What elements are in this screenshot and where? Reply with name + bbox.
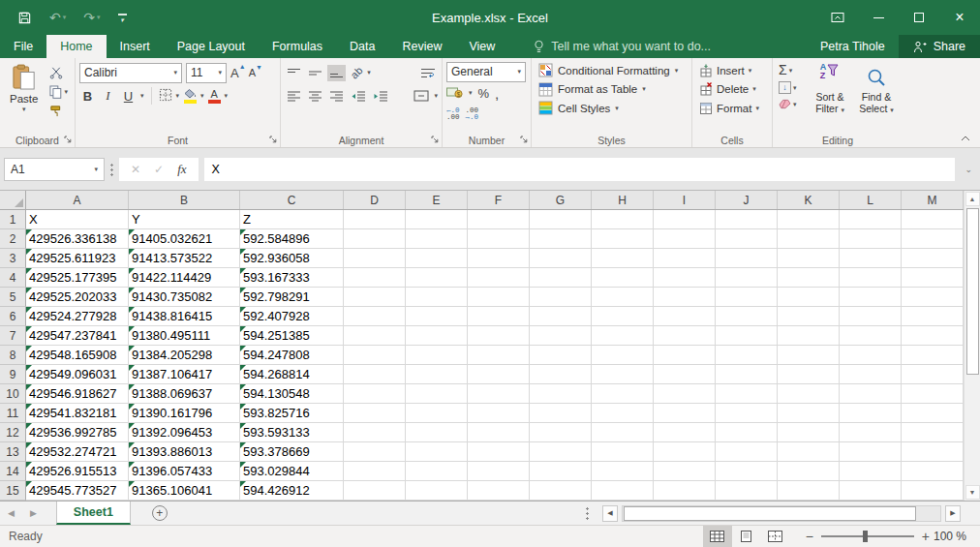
save-icon[interactable] [17, 11, 32, 25]
cell-C3[interactable]: 592.936058 [240, 249, 344, 268]
accounting-format-button[interactable]: $ [446, 86, 463, 101]
cell-M12[interactable] [902, 423, 964, 442]
cell-L4[interactable] [840, 268, 902, 288]
column-header-M[interactable]: M [902, 191, 964, 209]
merge-center-dropdown-arrow[interactable]: ▾ [434, 92, 438, 100]
orientation-button[interactable]: ab [349, 65, 364, 80]
align-left-button[interactable] [285, 88, 303, 105]
cell-I15[interactable] [654, 481, 716, 501]
cell-H12[interactable] [592, 423, 654, 442]
cell-H2[interactable] [592, 229, 654, 249]
cell-L3[interactable] [840, 249, 902, 268]
cell-C8[interactable]: 594.247808 [240, 346, 344, 365]
new-sheet-button[interactable]: + [152, 505, 168, 521]
cell-J10[interactable] [716, 384, 778, 404]
cell-M11[interactable] [902, 404, 964, 423]
cell-M7[interactable] [902, 326, 964, 346]
sheet-nav-left-icon[interactable]: ◀ [0, 508, 22, 518]
cell-I11[interactable] [654, 404, 716, 423]
cell-H11[interactable] [592, 404, 654, 423]
paste-button[interactable]: Paste ▾ [4, 61, 44, 118]
cell-J6[interactable] [716, 307, 778, 326]
cell-G12[interactable] [530, 423, 592, 442]
tab-formulas[interactable]: Formulas [259, 35, 336, 58]
scroll-up-icon[interactable]: ▲ [965, 192, 980, 206]
cell-M6[interactable] [902, 307, 964, 326]
user-name[interactable]: Petra Tihole [807, 35, 899, 58]
paste-dropdown-arrow[interactable]: ▾ [22, 106, 26, 113]
cell-K2[interactable] [778, 229, 840, 249]
tab-data[interactable]: Data [336, 35, 388, 58]
cell-K6[interactable] [778, 307, 840, 326]
cell-F2[interactable] [468, 229, 530, 249]
delete-cells-button[interactable]: Delete ▾ [696, 80, 768, 100]
cell-I10[interactable] [654, 384, 716, 404]
cell-E10[interactable] [406, 384, 468, 404]
cell-C1[interactable]: Z [240, 210, 344, 229]
column-header-K[interactable]: K [778, 191, 840, 209]
cell-E9[interactable] [406, 365, 468, 384]
cell-G8[interactable] [530, 346, 592, 365]
cell-D6[interactable] [344, 307, 406, 326]
cell-L10[interactable] [840, 384, 902, 404]
cell-H1[interactable] [592, 210, 654, 229]
name-box[interactable]: A1 ▾ [4, 158, 105, 181]
row-header-10[interactable]: 10 [0, 384, 26, 404]
cell-M3[interactable] [902, 249, 964, 268]
cell-D2[interactable] [344, 229, 406, 249]
font-dialog-launcher[interactable] [269, 134, 277, 145]
cell-L13[interactable] [840, 442, 902, 462]
tab-view[interactable]: View [455, 35, 508, 58]
cell-H8[interactable] [592, 346, 654, 365]
row-header-6[interactable]: 6 [0, 307, 26, 326]
cell-styles-button[interactable]: Cell Styles ▾ [536, 99, 688, 118]
center-button[interactable] [306, 88, 324, 105]
cell-J11[interactable] [716, 404, 778, 423]
cell-D14[interactable] [344, 462, 406, 481]
cell-L7[interactable] [840, 326, 902, 346]
increase-font-size-button[interactable]: A▲ [230, 66, 245, 80]
insert-cells-button[interactable]: Insert ▾ [696, 61, 768, 80]
expand-formula-bar-icon[interactable]: ⌄ [961, 165, 976, 174]
borders-dropdown-arrow[interactable]: ▾ [176, 92, 180, 100]
cell-F12[interactable] [468, 423, 530, 442]
cell-I4[interactable] [654, 268, 716, 288]
zoom-slider[interactable] [821, 535, 914, 537]
cell-G5[interactable] [530, 288, 592, 307]
customize-quick-access-icon[interactable]: ▾ [118, 14, 127, 22]
tab-scroll-split-handle[interactable] [586, 506, 589, 520]
cut-button[interactable] [47, 65, 70, 80]
formula-input[interactable]: X [204, 158, 956, 181]
undo-button[interactable]: ↶▾ [49, 10, 66, 25]
cell-K13[interactable] [778, 442, 840, 462]
cell-K8[interactable] [778, 346, 840, 365]
cell-J7[interactable] [716, 326, 778, 346]
zoom-in-button[interactable]: + [922, 529, 930, 544]
cell-C15[interactable]: 594.426912 [240, 481, 344, 501]
row-header-9[interactable]: 9 [0, 365, 26, 384]
cell-L12[interactable] [840, 423, 902, 442]
page-layout-view-button[interactable] [732, 526, 761, 547]
middle-align-button[interactable] [306, 65, 324, 81]
bold-button[interactable]: B [79, 89, 96, 104]
increase-indent-button[interactable] [371, 88, 390, 105]
cell-M9[interactable] [902, 365, 964, 384]
column-header-C[interactable]: C [240, 191, 344, 209]
cell-G2[interactable] [530, 229, 592, 249]
cell-J3[interactable] [716, 249, 778, 268]
cell-K5[interactable] [778, 288, 840, 307]
cell-B1[interactable]: Y [129, 210, 240, 229]
tab-file[interactable]: File [0, 35, 46, 58]
row-header-2[interactable]: 2 [0, 229, 26, 249]
cell-A9[interactable]: 429549.096031 [26, 365, 129, 384]
cell-H15[interactable] [592, 481, 654, 501]
fill-color-dropdown-arrow[interactable]: ▾ [200, 92, 204, 100]
cell-C2[interactable]: 592.584896 [240, 229, 344, 249]
cell-B6[interactable]: 91438.816415 [129, 307, 240, 326]
cell-D1[interactable] [344, 210, 406, 229]
cell-J9[interactable] [716, 365, 778, 384]
cell-K11[interactable] [778, 404, 840, 423]
cell-E3[interactable] [406, 249, 468, 268]
merge-center-button[interactable] [412, 88, 431, 104]
sheet-tab-sheet1[interactable]: Sheet1 [56, 501, 131, 525]
